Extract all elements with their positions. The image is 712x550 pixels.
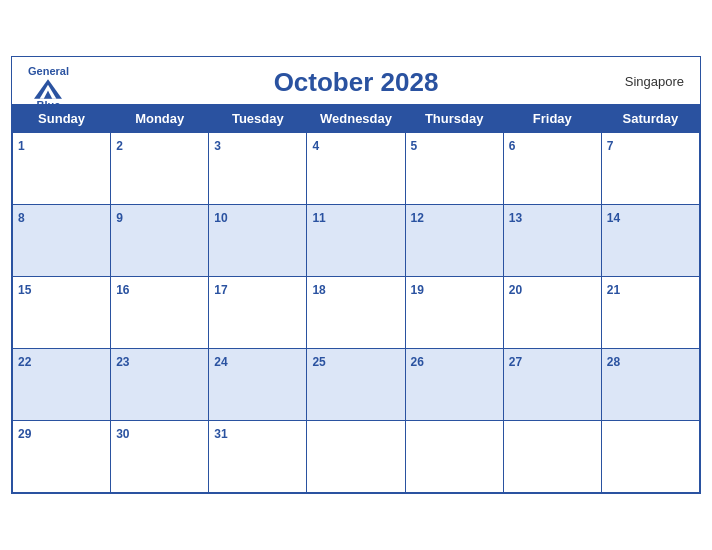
calendar-day-cell: 11 bbox=[307, 205, 405, 277]
day-number: 31 bbox=[214, 427, 227, 441]
calendar-week-row: 22232425262728 bbox=[13, 349, 700, 421]
header-wednesday: Wednesday bbox=[307, 105, 405, 133]
header-monday: Monday bbox=[111, 105, 209, 133]
day-number: 10 bbox=[214, 211, 227, 225]
calendar-day-cell: 29 bbox=[13, 421, 111, 493]
day-number: 6 bbox=[509, 139, 516, 153]
day-number: 28 bbox=[607, 355, 620, 369]
day-number: 12 bbox=[411, 211, 424, 225]
calendar-day-cell: 14 bbox=[601, 205, 699, 277]
header-friday: Friday bbox=[503, 105, 601, 133]
calendar-day-cell: 21 bbox=[601, 277, 699, 349]
day-number: 17 bbox=[214, 283, 227, 297]
day-number: 24 bbox=[214, 355, 227, 369]
calendar-day-cell: 27 bbox=[503, 349, 601, 421]
day-number: 19 bbox=[411, 283, 424, 297]
calendar-day-cell: 30 bbox=[111, 421, 209, 493]
day-number: 16 bbox=[116, 283, 129, 297]
day-number: 1 bbox=[18, 139, 25, 153]
region-label: Singapore bbox=[625, 73, 684, 88]
logo-icon bbox=[34, 79, 62, 99]
calendar-day-cell: 9 bbox=[111, 205, 209, 277]
calendar-day-cell: 18 bbox=[307, 277, 405, 349]
day-number: 5 bbox=[411, 139, 418, 153]
calendar-day-cell bbox=[307, 421, 405, 493]
day-number: 7 bbox=[607, 139, 614, 153]
calendar-day-cell: 19 bbox=[405, 277, 503, 349]
calendar-day-cell: 24 bbox=[209, 349, 307, 421]
calendar-day-cell: 1 bbox=[13, 133, 111, 205]
calendar-week-row: 891011121314 bbox=[13, 205, 700, 277]
day-number: 26 bbox=[411, 355, 424, 369]
header-saturday: Saturday bbox=[601, 105, 699, 133]
calendar-day-cell: 6 bbox=[503, 133, 601, 205]
calendar-day-cell: 23 bbox=[111, 349, 209, 421]
day-number: 9 bbox=[116, 211, 123, 225]
day-number: 21 bbox=[607, 283, 620, 297]
month-title: October 2028 bbox=[274, 67, 439, 98]
calendar-day-cell: 31 bbox=[209, 421, 307, 493]
calendar-week-row: 293031 bbox=[13, 421, 700, 493]
calendar-week-row: 15161718192021 bbox=[13, 277, 700, 349]
calendar-day-cell: 13 bbox=[503, 205, 601, 277]
calendar-day-cell: 26 bbox=[405, 349, 503, 421]
day-number: 23 bbox=[116, 355, 129, 369]
day-number: 14 bbox=[607, 211, 620, 225]
calendar-day-cell: 16 bbox=[111, 277, 209, 349]
day-number: 8 bbox=[18, 211, 25, 225]
calendar-day-cell: 10 bbox=[209, 205, 307, 277]
day-number: 30 bbox=[116, 427, 129, 441]
calendar-day-cell: 25 bbox=[307, 349, 405, 421]
calendar-day-cell: 4 bbox=[307, 133, 405, 205]
calendar-day-cell bbox=[601, 421, 699, 493]
day-number: 2 bbox=[116, 139, 123, 153]
logo-blue-text: Blue bbox=[37, 99, 61, 111]
calendar-week-row: 1234567 bbox=[13, 133, 700, 205]
calendar-day-cell: 22 bbox=[13, 349, 111, 421]
calendar-day-cell: 7 bbox=[601, 133, 699, 205]
calendar-day-cell: 5 bbox=[405, 133, 503, 205]
calendar-day-cell: 17 bbox=[209, 277, 307, 349]
day-number: 13 bbox=[509, 211, 522, 225]
day-number: 15 bbox=[18, 283, 31, 297]
header-thursday: Thursday bbox=[405, 105, 503, 133]
calendar-day-cell: 20 bbox=[503, 277, 601, 349]
calendar-day-cell: 3 bbox=[209, 133, 307, 205]
day-number: 18 bbox=[312, 283, 325, 297]
day-number: 25 bbox=[312, 355, 325, 369]
day-number: 20 bbox=[509, 283, 522, 297]
day-number: 11 bbox=[312, 211, 325, 225]
calendar-container: General Blue October 2028 Singapore Sund… bbox=[11, 56, 701, 494]
day-number: 27 bbox=[509, 355, 522, 369]
logo-area: General Blue bbox=[28, 65, 69, 111]
calendar-day-cell bbox=[405, 421, 503, 493]
calendar-table: Sunday Monday Tuesday Wednesday Thursday… bbox=[12, 104, 700, 493]
day-number: 22 bbox=[18, 355, 31, 369]
calendar-day-cell: 8 bbox=[13, 205, 111, 277]
day-number: 4 bbox=[312, 139, 319, 153]
calendar-day-cell: 15 bbox=[13, 277, 111, 349]
calendar-day-cell: 12 bbox=[405, 205, 503, 277]
weekday-header-row: Sunday Monday Tuesday Wednesday Thursday… bbox=[13, 105, 700, 133]
calendar-day-cell: 28 bbox=[601, 349, 699, 421]
calendar-day-cell bbox=[503, 421, 601, 493]
calendar-header: General Blue October 2028 Singapore bbox=[12, 57, 700, 104]
calendar-day-cell: 2 bbox=[111, 133, 209, 205]
logo-general-text: General bbox=[28, 65, 69, 77]
header-tuesday: Tuesday bbox=[209, 105, 307, 133]
day-number: 29 bbox=[18, 427, 31, 441]
day-number: 3 bbox=[214, 139, 221, 153]
